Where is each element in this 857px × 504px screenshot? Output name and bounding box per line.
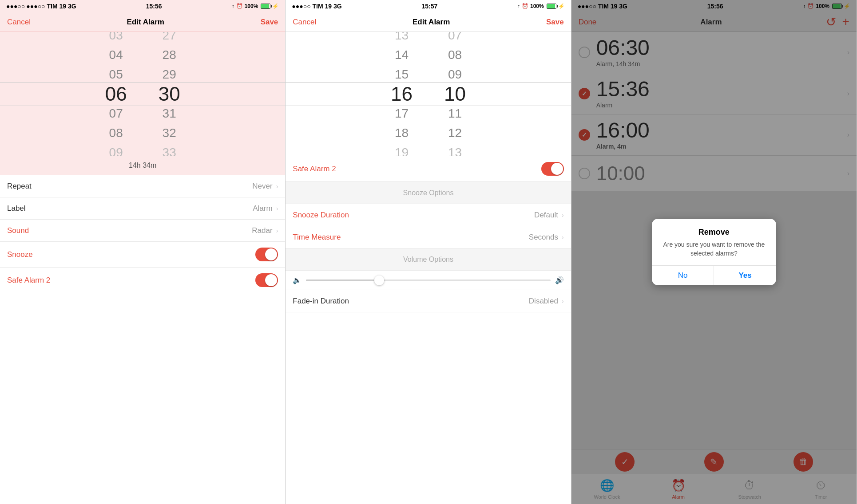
label-value-text: Alarm <box>253 204 272 213</box>
hour-04[interactable]: 04 <box>89 45 143 65</box>
save-button-1[interactable]: Save <box>261 18 278 27</box>
dialog-message: Are you sure you want to remove the sele… <box>661 240 767 258</box>
sound-row[interactable]: Sound Radar › <box>0 220 285 242</box>
safe-alarm-toggle-1[interactable] <box>255 273 278 287</box>
hour-03[interactable]: 03 <box>89 32 143 45</box>
min-29[interactable]: 29 <box>143 65 196 84</box>
hour-18[interactable]: 18 <box>375 123 428 143</box>
volume-track[interactable] <box>306 280 550 281</box>
hour-17[interactable]: 17 <box>375 104 428 123</box>
repeat-value-text: Never <box>252 182 272 191</box>
fade-in-text: Disabled <box>529 297 558 306</box>
remove-dialog: Remove Are you sure you want to remove t… <box>652 219 776 285</box>
repeat-row[interactable]: Repeat Never › <box>0 175 285 197</box>
sound-value: Radar › <box>252 226 278 235</box>
hour-08[interactable]: 08 <box>89 123 143 143</box>
picker-minutes-2[interactable]: 07 08 09 10 11 12 13 <box>428 32 481 156</box>
battery-pct-1: 100% <box>245 3 258 9</box>
dialog-yes-button[interactable]: Yes <box>714 266 776 285</box>
fade-in-value: Disabled › <box>529 297 564 306</box>
min-30-selected[interactable]: 30 <box>143 84 196 104</box>
time-remaining-1: 14h 34m <box>0 156 285 175</box>
alarm-icon-1: ⏰ <box>236 3 243 9</box>
min-32[interactable]: 32 <box>143 123 196 143</box>
dialog-title: Remove <box>661 228 767 237</box>
status-time-2: 15:57 <box>421 3 437 10</box>
safe-alarm-toggle-2[interactable] <box>541 162 564 176</box>
repeat-label: Repeat <box>7 182 32 191</box>
cancel-button-2[interactable]: Cancel <box>293 18 316 27</box>
min-28[interactable]: 28 <box>143 45 196 65</box>
min-10-selected[interactable]: 10 <box>428 84 481 104</box>
min-08[interactable]: 08 <box>428 45 481 65</box>
volume-thumb[interactable] <box>374 276 384 285</box>
volume-slider-row[interactable]: 🔈 🔊 <box>286 271 571 290</box>
cancel-button-1[interactable]: Cancel <box>7 18 31 27</box>
picker-hours-1[interactable]: 03 04 05 06 07 08 09 <box>89 32 143 156</box>
time-measure-label: Time Measure <box>293 233 341 242</box>
snooze-row[interactable]: Snooze <box>0 242 285 268</box>
time-measure-value: Seconds › <box>529 233 564 242</box>
status-right-2: ↑ ⏰ 100% ⚡ <box>517 3 565 9</box>
panel-2: ●●●○○ TIM 19 3G 15:57 ↑ ⏰ 100% ⚡ Cancel … <box>286 0 571 504</box>
status-carrier-1: ●●●○○ ●●●○○ TIM 19 3G <box>6 3 76 10</box>
nav-title-2: Edit Alarm <box>413 18 450 27</box>
snooze-toggle-knob <box>265 248 277 260</box>
dialog-no-button[interactable]: No <box>652 266 714 285</box>
label-row[interactable]: Label Alarm › <box>0 197 285 220</box>
snooze-duration-value: Default › <box>534 211 564 220</box>
time-picker-2[interactable]: 13 14 15 16 17 18 19 07 08 09 10 11 12 1… <box>286 32 571 156</box>
panel-3: ●●●○○ TIM 19 3G 15:56 ↑ ⏰ 100% ⚡ Done Al… <box>571 0 857 504</box>
fade-in-row[interactable]: Fade-in Duration Disabled › <box>286 290 571 312</box>
hour-14[interactable]: 14 <box>375 45 428 65</box>
volume-options-label: Volume Options <box>403 256 453 264</box>
dialog-buttons: No Yes <box>652 265 776 285</box>
snooze-duration-chevron: › <box>562 212 564 219</box>
signal-2: ●●●○○ TIM 19 3G <box>292 3 341 10</box>
hour-13[interactable]: 13 <box>375 32 428 45</box>
save-button-2[interactable]: Save <box>546 18 564 27</box>
nav-bar-2: Cancel Edit Alarm Save <box>286 12 571 32</box>
fade-in-chevron: › <box>562 298 564 305</box>
min-33[interactable]: 33 <box>143 143 196 156</box>
status-bar-1: ●●●○○ ●●●○○ TIM 19 3G 15:56 ↑ ⏰ 100% ⚡ <box>0 0 285 12</box>
picker-minutes-1[interactable]: 27 28 29 30 31 32 33 <box>143 32 196 156</box>
safe-alarm-row-1[interactable]: Safe Alarm 2 <box>0 268 285 293</box>
status-bar-2: ●●●○○ TIM 19 3G 15:57 ↑ ⏰ 100% ⚡ <box>286 0 571 12</box>
min-11[interactable]: 11 <box>428 104 481 123</box>
time-measure-chevron: › <box>562 234 564 241</box>
status-time-1: 15:56 <box>146 3 162 10</box>
hour-15[interactable]: 15 <box>375 65 428 84</box>
hour-16-selected[interactable]: 16 <box>375 84 428 104</box>
min-27[interactable]: 27 <box>143 32 196 45</box>
label-label: Label <box>7 204 26 213</box>
panel-1: ●●●○○ ●●●○○ TIM 19 3G 15:56 ↑ ⏰ 100% ⚡ C… <box>0 0 286 504</box>
snooze-duration-text: Default <box>534 211 558 220</box>
snooze-label: Snooze <box>7 250 33 259</box>
hour-07[interactable]: 07 <box>89 104 143 123</box>
hour-06-selected[interactable]: 06 <box>89 84 143 104</box>
battery-pct-2: 100% <box>530 3 544 9</box>
carrier-name-1: ●●●○○ TIM 19 3G <box>26 3 76 10</box>
hour-09[interactable]: 09 <box>89 143 143 156</box>
min-07[interactable]: 07 <box>428 32 481 45</box>
snooze-toggle[interactable] <box>255 248 278 261</box>
picker-hours-2[interactable]: 13 14 15 16 17 18 19 <box>375 32 428 156</box>
snooze-options-header: Snooze Options <box>286 182 571 204</box>
status-right-1: ↑ ⏰ 100% ⚡ <box>232 3 279 9</box>
label-chevron: › <box>276 205 278 212</box>
settings-list-1: Repeat Never › Label Alarm › Sound Radar… <box>0 175 285 504</box>
snooze-duration-row[interactable]: Snooze Duration Default › <box>286 204 571 226</box>
min-31[interactable]: 31 <box>143 104 196 123</box>
volume-fill <box>306 280 379 281</box>
min-13[interactable]: 13 <box>428 143 481 156</box>
hour-05[interactable]: 05 <box>89 65 143 84</box>
time-picker-1[interactable]: 03 04 05 06 07 08 09 27 28 29 30 31 32 3… <box>0 32 285 156</box>
charging-icon-2: ⚡ <box>558 3 565 9</box>
min-09[interactable]: 09 <box>428 65 481 84</box>
min-12[interactable]: 12 <box>428 123 481 143</box>
hour-19[interactable]: 19 <box>375 143 428 156</box>
time-measure-row[interactable]: Time Measure Seconds › <box>286 226 571 248</box>
fade-in-label: Fade-in Duration <box>293 297 349 306</box>
safe-alarm-row-2[interactable]: Safe Alarm 2 <box>286 156 571 182</box>
